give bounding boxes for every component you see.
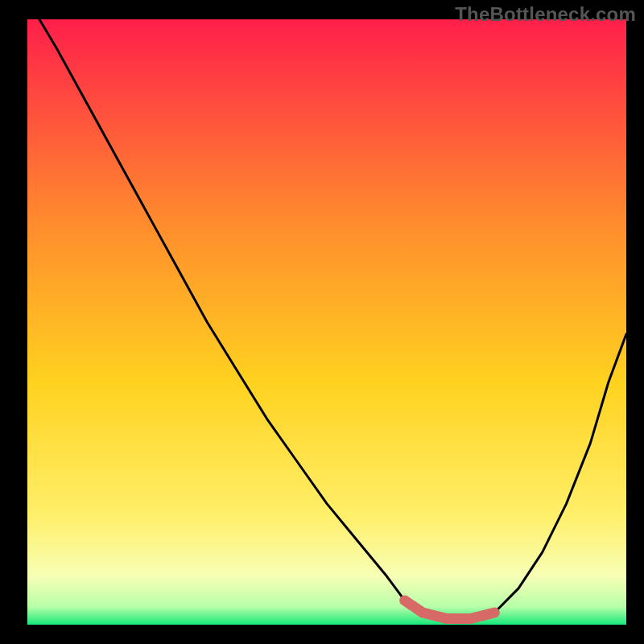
gradient-bg — [27, 19, 626, 625]
watermark-text: TheBottleneck.com — [455, 3, 636, 26]
chart-svg — [27, 19, 626, 625]
chart-frame: TheBottleneck.com — [0, 0, 644, 644]
plot-area — [27, 19, 626, 625]
